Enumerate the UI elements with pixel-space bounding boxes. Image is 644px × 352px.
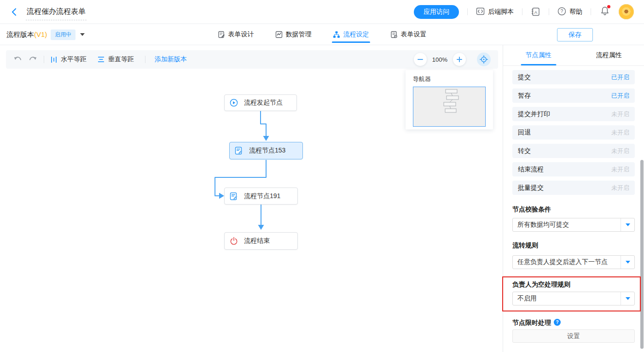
divider bbox=[522, 8, 522, 15]
page-title: 流程催办流程表单 bbox=[26, 6, 87, 20]
zoom-in-button[interactable] bbox=[453, 53, 466, 66]
tab-label: 表单设置 bbox=[401, 30, 427, 39]
content: 水平等距 垂直等距 添加新版本 100% 流程发起节点 bbox=[0, 45, 644, 352]
prop-status: 未开启 bbox=[611, 184, 629, 192]
address-book-icon[interactable]: A bbox=[531, 7, 540, 17]
prop-row-end-flow[interactable]: 结束流程 未开启 bbox=[512, 162, 635, 176]
zoom-out-button[interactable] bbox=[414, 53, 427, 66]
user-avatar[interactable] bbox=[619, 4, 634, 19]
node-check-value: 所有数据均可提交 bbox=[513, 221, 621, 229]
tab-data-management[interactable]: 数据管理 bbox=[275, 24, 312, 45]
empty-owner-rule-label: 负责人为空处理规则 bbox=[512, 281, 635, 287]
prop-status: 未开启 bbox=[611, 165, 629, 174]
node-label: 流程节点191 bbox=[244, 192, 280, 200]
task-node-icon bbox=[230, 192, 238, 200]
horizontal-spacing-icon bbox=[51, 56, 57, 63]
tab-form-settings[interactable]: 表单设置 bbox=[390, 24, 427, 45]
flow-rule-select[interactable]: 任意负责人提交后进入下一节点 bbox=[512, 255, 635, 269]
prop-label: 转交 bbox=[518, 147, 531, 155]
svg-text:?: ? bbox=[561, 8, 563, 14]
app-header: 流程催办流程表单 应用访问 后端脚本 A ? 帮助 bbox=[0, 0, 644, 24]
prop-row-submit-print[interactable]: 提交并打印 未开启 bbox=[512, 107, 635, 121]
notification-dot bbox=[607, 5, 610, 8]
tab-flow-properties[interactable]: 流程属性 bbox=[574, 45, 644, 65]
flow-rule-label: 流转规则 bbox=[512, 242, 635, 248]
vertical-spacing-button[interactable]: 垂直等距 bbox=[98, 55, 134, 64]
empty-owner-rule-value: 不启用 bbox=[513, 294, 621, 303]
zoom-level: 100% bbox=[432, 56, 447, 63]
time-limit-label: 节点限时处理 ? bbox=[512, 319, 635, 326]
prop-row-submit[interactable]: 提交 已开启 bbox=[512, 70, 635, 84]
divider bbox=[549, 8, 549, 15]
add-version-button[interactable]: 添加新版本 bbox=[155, 55, 187, 64]
minus-icon bbox=[417, 56, 424, 63]
help-icon: ? bbox=[557, 7, 566, 17]
node-label: 流程发起节点 bbox=[244, 99, 283, 107]
prop-label: 结束流程 bbox=[518, 165, 544, 174]
prop-label: 提交 bbox=[518, 73, 531, 82]
navigator-panel: 导航器 bbox=[406, 70, 493, 129]
node-check-select[interactable]: 所有数据均可提交 bbox=[512, 218, 635, 232]
tab-flow-settings[interactable]: 流程设定 bbox=[333, 24, 369, 45]
notifications-bell-icon[interactable] bbox=[600, 6, 609, 18]
prop-row-transfer[interactable]: 转交 未开启 bbox=[512, 144, 635, 158]
main-tabs: 表单设计 数据管理 流程设定 表单设置 bbox=[218, 24, 427, 45]
navigator-minimap[interactable] bbox=[413, 87, 486, 127]
node-label: 流程节点153 bbox=[249, 147, 285, 155]
help-button[interactable]: ? 帮助 bbox=[557, 7, 582, 17]
flow-rule-value: 任意负责人提交后进入下一节点 bbox=[513, 258, 621, 266]
prop-row-batch-submit[interactable]: 批量提交 未开启 bbox=[512, 181, 635, 195]
horizontal-spacing-button[interactable]: 水平等距 bbox=[51, 55, 87, 64]
tab-label: 流程设定 bbox=[343, 30, 369, 39]
vertical-spacing-icon bbox=[98, 56, 104, 63]
flow-node-end[interactable]: 流程结束 bbox=[224, 232, 298, 250]
flow-node-191[interactable]: 流程节点191 bbox=[224, 188, 298, 205]
properties-sidebar: 节点属性 流程属性 提交 已开启 暂存 已开启 提交并打印 未开启 回退 未开启… bbox=[503, 45, 644, 352]
help-label: 帮助 bbox=[569, 8, 582, 16]
prop-label: 提交并打印 bbox=[518, 110, 550, 118]
navigator-title: 导航器 bbox=[406, 70, 493, 87]
plus-icon bbox=[456, 56, 463, 63]
header-actions: 应用访问 后端脚本 A ? 帮助 bbox=[414, 4, 634, 19]
version-label: 流程版本(V1) bbox=[6, 30, 47, 39]
version-bar: 流程版本(V1) 启用中 表单设计 数据管理 流程设定 表单设置 保存 bbox=[0, 24, 644, 45]
empty-owner-rule-select[interactable]: 不启用 bbox=[512, 292, 635, 305]
version-text: 流程版本 bbox=[6, 30, 34, 38]
divider bbox=[145, 56, 145, 63]
crosshair-icon bbox=[480, 55, 488, 64]
flow-node-153[interactable]: 流程节点153 bbox=[229, 142, 303, 159]
prop-status: 已开启 bbox=[611, 92, 629, 100]
time-limit-settings-button[interactable]: 设置 bbox=[512, 329, 635, 343]
form-design-icon bbox=[218, 31, 225, 38]
prop-status: 未开启 bbox=[611, 147, 629, 155]
undo-icon[interactable] bbox=[13, 55, 23, 64]
locate-button[interactable] bbox=[477, 53, 491, 66]
version-dropdown-caret-icon[interactable] bbox=[80, 33, 85, 36]
tab-label: 表单设计 bbox=[228, 30, 254, 39]
prop-status: 已开启 bbox=[611, 73, 629, 82]
sidebar-scrollbar[interactable] bbox=[640, 160, 644, 349]
chevron-down-icon bbox=[621, 256, 634, 269]
flow-canvas[interactable]: 水平等距 垂直等距 添加新版本 100% 流程发起节点 bbox=[0, 45, 503, 352]
prop-row-rollback[interactable]: 回退 未开启 bbox=[512, 125, 635, 140]
flow-node-start[interactable]: 流程发起节点 bbox=[224, 94, 297, 111]
flow-settings-icon bbox=[333, 31, 340, 38]
version-tag: (V1) bbox=[34, 30, 47, 38]
divider bbox=[591, 8, 591, 15]
app-access-button[interactable]: 应用访问 bbox=[414, 5, 459, 19]
vertical-spacing-label: 垂直等距 bbox=[108, 55, 134, 64]
save-button[interactable]: 保存 bbox=[557, 28, 593, 41]
redo-icon[interactable] bbox=[28, 55, 37, 64]
node-check-label: 节点校验条件 bbox=[512, 206, 635, 212]
play-circle-icon bbox=[230, 99, 238, 107]
data-management-icon bbox=[275, 31, 283, 38]
task-node-icon bbox=[235, 147, 243, 155]
form-settings-icon bbox=[390, 31, 398, 38]
prop-row-save-draft[interactable]: 暂存 已开启 bbox=[512, 88, 635, 103]
backend-script-button[interactable]: 后端脚本 bbox=[476, 7, 514, 17]
tab-node-properties[interactable]: 节点属性 bbox=[503, 45, 574, 65]
tab-form-design[interactable]: 表单设计 bbox=[218, 24, 254, 45]
back-icon[interactable] bbox=[10, 7, 19, 17]
canvas-toolbar: 水平等距 垂直等距 添加新版本 100% bbox=[6, 50, 498, 69]
question-circle-icon[interactable]: ? bbox=[554, 319, 561, 326]
